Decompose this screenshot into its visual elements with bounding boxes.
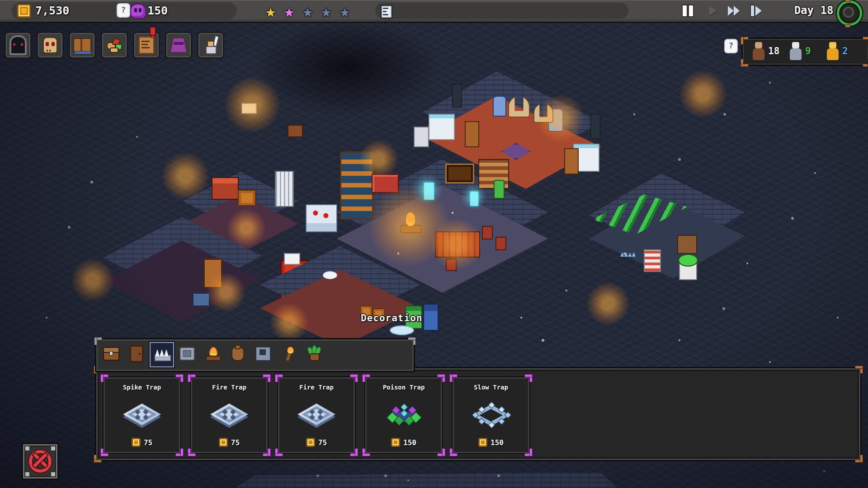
- menu-button-dungeon-gate[interactable]: [5, 32, 32, 59]
- settings-core: [843, 7, 854, 18]
- fast-forward-button[interactable]: [724, 2, 743, 20]
- tab-door[interactable]: [125, 342, 148, 366]
- wooden-door: [203, 258, 222, 288]
- white-pillars: [414, 127, 429, 147]
- hero-icon: [203, 37, 218, 53]
- magenta-hook-icon: [525, 375, 532, 382]
- green-creature: [494, 180, 505, 199]
- orange-crate: [238, 190, 256, 206]
- menu-button-heroes[interactable]: [197, 32, 224, 59]
- hover-tooltip: Decoration: [361, 313, 422, 324]
- menu-button-altar[interactable]: [165, 32, 192, 59]
- gate-icon: [9, 35, 27, 55]
- gold-coin-icon: [478, 438, 487, 447]
- game-screen: Decoration 7,530 ? 150: [0, 0, 868, 488]
- floor-plate-trap-icon: [210, 404, 248, 428]
- planter-bush: [678, 254, 698, 267]
- tab-chest[interactable]: [100, 342, 123, 366]
- bronze-lug: [845, 24, 850, 28]
- kitchen-shelf: [340, 151, 373, 220]
- knight-icon: [826, 42, 840, 60]
- build-card-slow-trap[interactable]: Slow Trap 150: [452, 376, 530, 454]
- magenta-hook-icon: [101, 375, 108, 382]
- tab-jug[interactable]: [226, 342, 249, 366]
- wall-painting: [445, 164, 474, 183]
- gold-coin-icon: [17, 4, 31, 18]
- pause-button[interactable]: [678, 2, 697, 20]
- bronze-hook-icon: [94, 455, 101, 462]
- hint-bubble-icon[interactable]: ?: [117, 3, 130, 18]
- magenta-hook-icon: [450, 375, 457, 382]
- build-card-fire-trap[interactable]: Fire Trap 75: [190, 376, 269, 454]
- scroll-icon: [138, 36, 155, 54]
- door-icon: [130, 345, 143, 362]
- tab-plant[interactable]: [302, 342, 325, 366]
- menu-button-notices[interactable]: [133, 32, 160, 59]
- card-cost: 75: [278, 438, 355, 447]
- crystal: [469, 191, 479, 207]
- population-panel: 18 9 2: [741, 38, 868, 66]
- gold-coin-icon: [306, 438, 315, 447]
- bronze-hook-icon: [855, 455, 863, 462]
- tab-torch[interactable]: [277, 342, 300, 366]
- chair: [446, 258, 457, 271]
- knight-armor: [275, 171, 294, 207]
- day-counter: Day 18: [788, 4, 840, 17]
- card-cost: 75: [191, 438, 268, 447]
- magenta-hook-icon: [450, 449, 457, 456]
- magenta-hook-icon: [363, 449, 370, 456]
- star-icon-gold: [261, 0, 280, 22]
- alert-badge-icon: [150, 27, 156, 36]
- star-icon-pink: [280, 0, 298, 22]
- star-icon-empty: [317, 0, 335, 22]
- menu-button-journal[interactable]: [69, 32, 96, 59]
- campfire-flame: [406, 212, 415, 226]
- bronze-hook-icon: [855, 366, 863, 373]
- campfire-icon: [206, 347, 219, 361]
- tab-campfire[interactable]: [201, 342, 224, 366]
- question-bubble-icon: ?: [724, 39, 738, 53]
- tab-pressure-plate[interactable]: [176, 342, 198, 366]
- star-icon-empty: [298, 0, 317, 22]
- magenta-hook-icon: [275, 449, 283, 456]
- monk-count: 9: [805, 46, 811, 56]
- build-card-spike-trap[interactable]: Spike Trap 75: [103, 376, 181, 454]
- magenta-hook-icon: [438, 449, 445, 456]
- cancel-build-button[interactable]: [22, 443, 59, 480]
- crystal: [423, 182, 435, 201]
- blue-rug: [193, 293, 210, 306]
- magenta-hook-icon: [438, 375, 445, 382]
- tab-spike-traps[interactable]: [150, 342, 174, 367]
- rivet-icon: [24, 446, 30, 451]
- red-chest: [212, 177, 239, 200]
- chair: [495, 237, 506, 250]
- supply-box: [644, 249, 661, 272]
- menu-button-supplies[interactable]: [101, 32, 128, 59]
- altar-icon: [171, 38, 186, 52]
- menu-button-minions[interactable]: [37, 32, 64, 59]
- skull-icon: [43, 37, 57, 53]
- build-card-fire-trap-2[interactable]: Fire Trap 75: [277, 376, 356, 454]
- build-card-poison-trap[interactable]: Poison Trap 150: [364, 376, 443, 454]
- red-bench: [372, 174, 399, 193]
- bronze-hook-icon: [863, 59, 868, 66]
- blue-totem: [423, 304, 439, 331]
- tab-forge[interactable]: [252, 342, 274, 366]
- dark-statue: [452, 84, 462, 108]
- book-icon: [73, 38, 91, 52]
- settings-button[interactable]: [837, 0, 862, 26]
- fountain: [429, 114, 455, 140]
- magenta-hook-icon: [263, 375, 270, 382]
- card-cost: 150: [365, 438, 442, 447]
- objective-bar[interactable]: [375, 3, 628, 19]
- card-title: Fire Trap: [278, 384, 355, 391]
- play-button[interactable]: [703, 2, 722, 20]
- magenta-hook-icon: [275, 375, 283, 382]
- population-hint-bubble[interactable]: ?: [724, 39, 737, 54]
- card-title: Poison Trap: [365, 384, 442, 391]
- skip-button[interactable]: [747, 2, 766, 20]
- bronze-hook-icon: [863, 37, 868, 44]
- magenta-hook-icon: [525, 449, 532, 456]
- bronze-pedestal: [564, 148, 579, 174]
- campfire-logs: [401, 225, 421, 233]
